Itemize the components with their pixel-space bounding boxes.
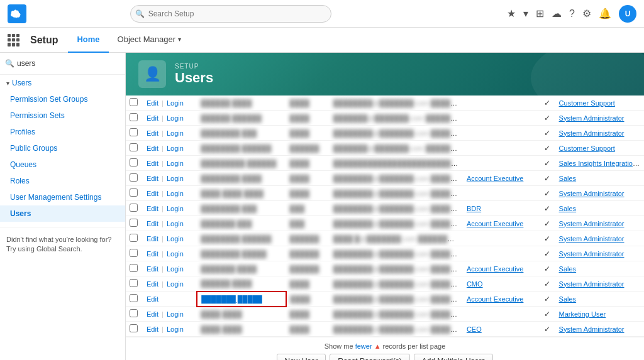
edit-link[interactable]: Edit (147, 265, 158, 273)
row-checkbox[interactable] (130, 294, 138, 302)
row-checkbox[interactable] (130, 279, 138, 287)
profile-link[interactable]: Marketing User (559, 310, 606, 318)
edit-link[interactable]: Edit (147, 129, 158, 137)
role-link[interactable]: Account Executive (467, 175, 524, 182)
login-link[interactable]: Login (167, 310, 184, 318)
settings-icon[interactable]: ⚙ (582, 8, 591, 19)
profile-link[interactable]: Sales (559, 265, 577, 273)
login-link[interactable]: Login (167, 190, 184, 197)
row-checkbox[interactable] (130, 188, 138, 197)
tab-home[interactable]: Home (68, 28, 108, 53)
sidebar-parent-users[interactable]: ▾ Users (0, 75, 125, 91)
row-checkbox[interactable] (130, 264, 138, 272)
edit-link[interactable]: Edit (147, 114, 158, 122)
row-checkbox[interactable] (130, 158, 138, 166)
login-link[interactable]: Login (167, 129, 184, 137)
sidebar: 🔍 ▾ Users Permission Set Groups Permissi… (0, 53, 126, 360)
user-avatar[interactable]: U (619, 5, 636, 23)
sidebar-item-profiles[interactable]: Profiles (0, 124, 125, 140)
profile-link[interactable]: System Administrator (559, 114, 625, 122)
help-icon[interactable]: ? (569, 8, 575, 19)
bell-icon[interactable]: 🔔 (599, 8, 611, 19)
row-checkbox[interactable] (130, 309, 138, 317)
grid-icon[interactable]: ⊞ (536, 8, 544, 19)
edit-link[interactable]: Edit (147, 310, 158, 318)
profile-link[interactable]: Sales (559, 205, 577, 212)
login-link[interactable]: Login (167, 235, 184, 243)
login-link[interactable]: Login (167, 220, 184, 227)
edit-link[interactable]: Edit (147, 280, 158, 288)
edit-link[interactable]: Edit (147, 325, 158, 333)
fewer-link[interactable]: fewer (355, 342, 372, 350)
app-switcher-icon[interactable] (8, 34, 20, 46)
login-link[interactable]: Login (167, 280, 184, 288)
edit-link[interactable]: Edit (147, 295, 158, 303)
login-link[interactable]: Login (167, 175, 184, 182)
edit-link[interactable]: Edit (147, 220, 158, 227)
sidebar-item-permission-sets[interactable]: Permission Sets (0, 107, 125, 124)
edit-link[interactable]: Edit (147, 99, 158, 107)
add-multiple-users-button[interactable]: Add Multiple Users (414, 354, 494, 360)
edit-link[interactable]: Edit (147, 145, 158, 152)
favorites-dropdown-icon[interactable]: ▾ (523, 8, 528, 19)
sidebar-item-queues[interactable]: Queues (0, 156, 125, 173)
profile-link[interactable]: System Administrator (559, 190, 625, 197)
role-link[interactable]: CMO (467, 280, 483, 288)
profile-link[interactable]: System Administrator (559, 250, 625, 258)
profile-link[interactable]: Sales Insights Integration User (559, 160, 644, 167)
role-link[interactable]: Account Executive (467, 295, 524, 303)
favorites-icon[interactable]: ★ (507, 8, 516, 19)
new-user-button[interactable]: New User (277, 354, 326, 360)
sidebar-item-permission-set-groups[interactable]: Permission Set Groups (0, 91, 125, 107)
login-link[interactable]: Login (167, 205, 184, 212)
sidebar-item-users[interactable]: Users (0, 205, 125, 222)
role-link[interactable]: CEO (467, 325, 482, 333)
role-link[interactable]: Account Executive (467, 220, 524, 227)
profile-link[interactable]: Customer Support (559, 99, 615, 107)
row-checkbox[interactable] (130, 98, 138, 106)
edit-link[interactable]: Edit (147, 160, 158, 167)
row-checkbox[interactable] (130, 204, 138, 212)
row-checkbox[interactable] (130, 234, 138, 242)
row-checkbox[interactable] (130, 249, 138, 257)
role-link[interactable]: BDR (467, 205, 481, 212)
tab-object-manager[interactable]: Object Manager ▾ (109, 28, 191, 53)
reset-password-button[interactable]: Reset Password(s) (330, 354, 409, 360)
edit-link[interactable]: Edit (147, 175, 158, 182)
login-link[interactable]: Login (167, 325, 184, 333)
login-link[interactable]: Login (167, 99, 184, 107)
login-link[interactable]: Login (167, 250, 184, 258)
profile-link[interactable]: System Administrator (559, 220, 625, 227)
row-checkbox[interactable] (130, 324, 138, 332)
role-link[interactable]: Account Executive (467, 265, 524, 273)
row-checkbox[interactable] (130, 173, 138, 182)
edit-link[interactable]: Edit (147, 205, 158, 212)
global-search[interactable]: 🔍 (130, 5, 331, 23)
profile-link[interactable]: System Administrator (559, 325, 625, 333)
edit-link[interactable]: Edit (147, 250, 158, 258)
sidebar-search-box[interactable]: 🔍 (0, 53, 125, 75)
profile-link[interactable]: System Administrator (559, 129, 625, 137)
sidebar-item-public-groups[interactable]: Public Groups (0, 140, 125, 156)
action-cell: Edit | Login (142, 276, 197, 292)
row-checkbox[interactable] (130, 219, 138, 227)
sidebar-item-user-management-settings[interactable]: User Management Settings (0, 189, 125, 205)
login-link[interactable]: Login (167, 145, 184, 152)
row-checkbox[interactable] (130, 143, 138, 151)
login-link[interactable]: Login (167, 160, 184, 167)
profile-link[interactable]: Sales (559, 175, 577, 182)
profile-link[interactable]: Sales (559, 295, 577, 303)
sidebar-search-input[interactable] (17, 59, 120, 68)
edit-link[interactable]: Edit (147, 235, 158, 243)
login-link[interactable]: Login (167, 265, 184, 273)
row-checkbox[interactable] (130, 113, 138, 121)
cloud-icon[interactable]: ☁ (552, 8, 562, 19)
profile-link[interactable]: System Administrator (559, 280, 625, 288)
search-input[interactable] (130, 5, 331, 23)
sidebar-item-roles[interactable]: Roles (0, 173, 125, 189)
edit-link[interactable]: Edit (147, 190, 158, 197)
profile-link[interactable]: System Administrator (559, 235, 625, 243)
profile-link[interactable]: Customer Support (559, 145, 615, 152)
login-link[interactable]: Login (167, 114, 184, 122)
row-checkbox[interactable] (130, 128, 138, 136)
